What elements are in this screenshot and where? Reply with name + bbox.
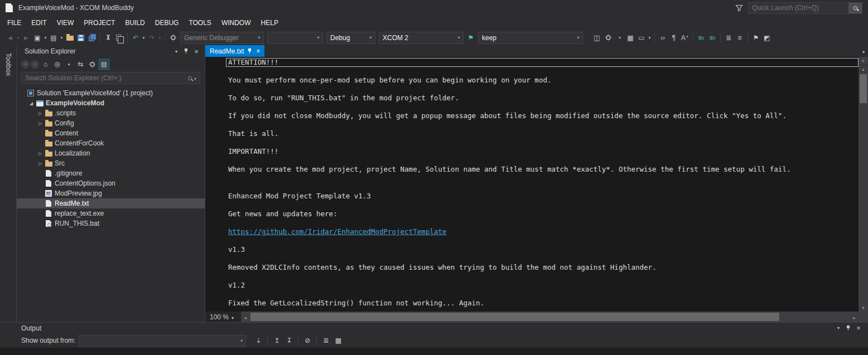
toggle-output-target-icon[interactable]: ▦	[332, 334, 344, 347]
close-icon[interactable]	[256, 47, 260, 55]
font-size-icon[interactable]: A⁺	[679, 32, 691, 44]
output-source-combo[interactable]	[79, 335, 246, 347]
clear-all-icon[interactable]: ⊘	[302, 334, 313, 347]
vertical-scrollbar[interactable]	[859, 57, 868, 312]
previous-bookmark-icon[interactable]: ◩	[761, 32, 773, 44]
filter-icon[interactable]	[735, 4, 743, 12]
quick-launch-input[interactable]	[749, 4, 848, 12]
pin-icon[interactable]	[181, 47, 191, 56]
tree-item[interactable]: ContentOptions.json	[17, 178, 205, 188]
next-message-icon[interactable]: ↧	[283, 334, 295, 347]
pin-icon[interactable]	[248, 48, 252, 54]
menu-help[interactable]: HELP	[256, 16, 283, 30]
menu-tools[interactable]: TOOLS	[184, 16, 216, 30]
tree-expander-icon[interactable]: ▷	[37, 111, 44, 116]
tree-expander-icon[interactable]: ◢	[28, 101, 35, 106]
goto-message-icon[interactable]: ⇣	[253, 334, 264, 347]
tree-item[interactable]: ▷ Config	[17, 118, 205, 128]
open-file-icon[interactable]	[64, 32, 75, 44]
chevron-down-icon[interactable]	[255, 32, 263, 43]
save-icon[interactable]	[75, 32, 86, 44]
table-icon[interactable]: ▦	[625, 32, 636, 44]
home-icon[interactable]: ⌂	[40, 59, 51, 70]
hscroll-thumb[interactable]	[250, 313, 779, 321]
output-content[interactable]	[0, 348, 868, 355]
new-project-caret[interactable]: ▾	[43, 32, 48, 44]
menu-file[interactable]: FILE	[2, 16, 26, 30]
vscroll-track[interactable]	[859, 73, 868, 304]
navigate-back-icon[interactable]: ◄	[4, 32, 16, 44]
formatting-marks-icon[interactable]: ¶	[668, 32, 679, 44]
solution-platform-icon[interactable]: ◫	[591, 32, 602, 44]
quick-launch-box[interactable]	[748, 2, 862, 14]
scroll-up-icon[interactable]	[859, 65, 868, 73]
close-icon[interactable]	[853, 324, 864, 333]
tree-item[interactable]: ReadMe.txt	[17, 198, 205, 208]
word-wrap-icon[interactable]: ≣	[320, 334, 331, 347]
scope-caret[interactable]: ▾	[64, 59, 74, 70]
scroll-down-icon[interactable]	[859, 304, 868, 312]
decrease-indent-icon[interactable]: ≡‹	[696, 32, 707, 44]
active-files-dropdown-icon[interactable]	[862, 47, 865, 55]
hscroll-track[interactable]	[249, 312, 850, 322]
close-icon[interactable]	[191, 47, 201, 56]
pin-icon[interactable]	[843, 324, 853, 333]
history-icon[interactable]: ◔	[614, 32, 625, 44]
menu-edit[interactable]: EDIT	[26, 16, 51, 30]
chevron-down-icon[interactable]	[194, 74, 196, 82]
tree-expander-icon[interactable]: ▷	[37, 161, 44, 166]
tree-item[interactable]: ◢ ExampleVoiceMod	[17, 98, 205, 108]
menu-build[interactable]: BUILD	[120, 16, 150, 30]
keep-combo[interactable]: keep	[478, 32, 583, 44]
undo-icon[interactable]: ↶	[130, 32, 141, 44]
menu-project[interactable]: PROJECT	[79, 16, 120, 30]
increase-indent-icon[interactable]: ≡›	[707, 32, 718, 44]
previous-message-icon[interactable]: ↥	[271, 334, 282, 347]
add-item-caret[interactable]: ▾	[59, 32, 64, 44]
preview-selected-items-icon[interactable]: ▤	[99, 59, 109, 70]
bookmark-icon[interactable]: ⚑	[750, 32, 761, 44]
scope-icon[interactable]: ◎	[52, 59, 62, 70]
redo-caret[interactable]: ▾	[157, 32, 162, 44]
redo-icon[interactable]: ↷	[146, 32, 157, 44]
save-all-icon[interactable]	[86, 32, 98, 44]
zoom-control[interactable]: 100 %	[205, 312, 241, 322]
command-window-caret[interactable]: ▾	[647, 32, 652, 44]
chevron-down-icon[interactable]	[574, 32, 582, 43]
scroll-left-icon[interactable]	[241, 313, 249, 321]
solution-config-combo[interactable]: Debug	[326, 32, 375, 44]
window-position-icon[interactable]	[171, 47, 181, 56]
tree-item[interactable]: Content	[17, 128, 205, 138]
vscroll-thumb[interactable]	[860, 74, 867, 103]
command-window-icon[interactable]: ▭	[636, 32, 647, 44]
navigate-back-caret[interactable]: ▾	[16, 32, 21, 44]
solution-search-box[interactable]	[21, 72, 200, 84]
new-project-icon[interactable]: ▣	[32, 32, 43, 44]
scroll-right-icon[interactable]	[850, 313, 859, 321]
menu-debug[interactable]: DEBUG	[150, 16, 184, 30]
split-window-handle[interactable]	[859, 57, 868, 65]
horizontal-scrollbar[interactable]	[241, 312, 859, 322]
forward-icon[interactable]: ›	[31, 60, 39, 69]
chevron-down-icon[interactable]	[237, 335, 245, 346]
solution-search-input[interactable]	[22, 74, 188, 82]
settings-gear-icon[interactable]	[602, 32, 614, 44]
tree-item[interactable]: ▷ Src	[17, 158, 205, 168]
back-icon[interactable]: ‹	[21, 60, 30, 69]
menu-window[interactable]: WINDOW	[216, 16, 256, 30]
add-item-icon[interactable]: ▤	[48, 32, 59, 44]
cut-icon[interactable]	[103, 32, 114, 44]
tree-item[interactable]: ModPreview.jpg	[17, 188, 205, 198]
chevron-down-icon[interactable]	[455, 32, 463, 43]
copy-icon[interactable]	[114, 32, 125, 44]
properties-icon[interactable]	[87, 59, 98, 70]
debug-engine-icon[interactable]	[167, 32, 179, 44]
tree-item[interactable]: replace_text.exe	[17, 208, 205, 218]
quick-launch-search-button[interactable]	[848, 3, 862, 13]
hyperlink[interactable]: https://github.com/Iridar/EnhancedModPro…	[228, 227, 446, 236]
line-spacing-icon[interactable]: ≣	[723, 32, 734, 44]
window-position-icon[interactable]	[833, 324, 843, 333]
tree-expander-icon[interactable]: ▷	[37, 121, 44, 126]
editor-lines[interactable]: ATTENTION!!! You must perform once-per-m…	[205, 57, 859, 312]
toolbox-tab[interactable]: Toolbox	[4, 51, 12, 78]
